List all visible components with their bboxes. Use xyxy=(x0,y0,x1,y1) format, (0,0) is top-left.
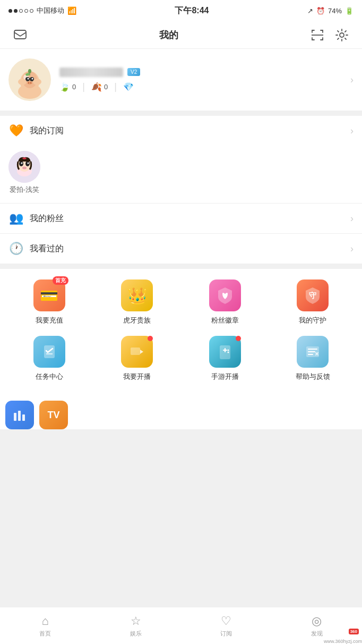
mobile-game-label: 手游开播 xyxy=(211,372,239,382)
discover-icon: ◎ xyxy=(312,614,322,628)
noble-icon-wrap: 👑 xyxy=(121,279,153,311)
tv-mini-item[interactable]: TV xyxy=(39,401,68,429)
help-icon-svg xyxy=(304,343,321,360)
page-header: 我的 xyxy=(0,21,362,49)
stat-gems: 💎 xyxy=(117,82,140,92)
svg-point-2 xyxy=(340,33,344,37)
battery-label: 74% xyxy=(328,7,342,15)
live-dot-badge xyxy=(148,336,153,341)
signal-dots xyxy=(8,9,33,13)
wifi-icon: 📶 xyxy=(67,6,76,15)
nav-subscription[interactable]: ♡ 订阅 xyxy=(181,607,272,644)
svg-point-36 xyxy=(227,350,229,351)
live-label: 我要开播 xyxy=(123,372,151,382)
nav-home-label: 首页 xyxy=(39,630,51,638)
sub-user-item[interactable]: 爱拍-浅笑 xyxy=(8,151,40,194)
settings-icon[interactable] xyxy=(332,26,351,45)
status-time: 下午8:44 xyxy=(175,5,209,16)
grid-item-guard[interactable]: 守 我的守护 xyxy=(269,279,357,325)
svg-rect-42 xyxy=(14,413,16,421)
nav-discover[interactable]: ◎ 发现 360 www.360hyzj.com xyxy=(272,607,363,644)
history-label: 我看过的 xyxy=(30,243,64,255)
guard-label: 我的守护 xyxy=(299,316,326,325)
recharge-label: 我要充值 xyxy=(36,316,63,325)
more-icons-section: TV xyxy=(0,392,362,429)
subscription-icon: 🧡 xyxy=(8,124,23,138)
header-actions xyxy=(308,26,351,45)
history-chevron: › xyxy=(350,243,354,255)
grid-item-noble[interactable]: 👑 虎牙贵族 xyxy=(93,279,182,325)
divider-2 xyxy=(0,264,362,269)
tv-text: TV xyxy=(47,410,59,421)
badge-360: 360 xyxy=(349,629,359,634)
stat-coins: 🍂 0 xyxy=(85,82,114,92)
battery-icon: 🔋 xyxy=(345,7,354,15)
scan-icon[interactable] xyxy=(308,26,327,45)
recharge-badge: 首充 xyxy=(53,276,68,285)
mobile-game-icon-wrap xyxy=(209,336,241,368)
grid-item-live[interactable]: 我要开播 xyxy=(93,336,182,382)
profile-name xyxy=(59,67,123,77)
svg-point-13 xyxy=(30,82,31,83)
level-badge: V2 xyxy=(127,68,140,76)
grid-item-fan-badge[interactable]: 粉丝徽章 xyxy=(181,279,269,325)
subscription-content: 爱拍-浅笑 xyxy=(0,146,362,203)
message-icon[interactable] xyxy=(11,26,30,45)
recharge-icon: 💳 xyxy=(40,287,58,304)
grid-item-task[interactable]: 任务中心 xyxy=(5,336,93,382)
my-history-row[interactable]: 🕐 我看过的 › xyxy=(0,234,362,264)
svg-point-37 xyxy=(227,352,229,353)
profile-stats: 🍃 0 | 🍂 0 | 💎 xyxy=(59,81,354,92)
profile-name-row: V2 xyxy=(59,67,354,77)
svg-point-9 xyxy=(28,78,29,80)
live-icon-wrap xyxy=(121,336,153,368)
svg-point-16 xyxy=(28,69,31,73)
status-right: ↗ ⏰ 74% 🔋 xyxy=(307,7,354,15)
stat-leaves: 🍃 0 xyxy=(59,82,82,92)
fans-icon: 👥 xyxy=(8,211,23,225)
stat-coins-value: 0 xyxy=(104,83,108,91)
nav-discover-label: 发现 xyxy=(311,630,323,638)
fans-label: 我的粉丝 xyxy=(30,213,64,224)
grid-item-recharge[interactable]: 💳 首充 我要充值 xyxy=(5,279,93,325)
nav-entertainment-label: 娱乐 xyxy=(130,630,142,638)
svg-point-27 xyxy=(23,157,25,159)
stats-mini-icon xyxy=(5,401,34,429)
profile-section[interactable]: V2 🍃 0 | 🍂 0 | 💎 › xyxy=(0,49,362,111)
svg-point-15 xyxy=(33,79,41,85)
leaf-icon: 🍃 xyxy=(59,82,70,92)
grid-row-2: 任务中心 我要开播 xyxy=(5,336,357,382)
svg-point-11 xyxy=(27,81,32,84)
page-title: 我的 xyxy=(159,29,178,41)
guard-icon-wrap: 守 xyxy=(297,279,329,311)
my-subscription-row[interactable]: 🧡 我的订阅 › xyxy=(0,116,362,146)
profile-info: V2 🍃 0 | 🍂 0 | 💎 xyxy=(59,67,354,92)
nav-entertainment[interactable]: ☆ 娱乐 xyxy=(91,607,182,644)
noble-label: 虎牙贵族 xyxy=(123,316,151,325)
carrier-label: 中国移动 xyxy=(37,6,64,15)
entertainment-icon: ☆ xyxy=(131,614,141,628)
subscription-nav-icon: ♡ xyxy=(221,614,231,628)
grid-item-help[interactable]: 帮助与反馈 xyxy=(269,336,357,382)
svg-text:守: 守 xyxy=(309,291,316,300)
help-label: 帮助与反馈 xyxy=(296,372,330,382)
nav-home[interactable]: ⌂ 首页 xyxy=(0,607,91,644)
stats-svg xyxy=(12,408,27,422)
guard-icon-svg: 守 xyxy=(304,286,322,304)
stats-mini-item[interactable] xyxy=(5,401,34,429)
svg-marker-32 xyxy=(140,350,143,354)
tv-mini-icon: TV xyxy=(39,401,68,429)
svg-rect-44 xyxy=(22,414,25,421)
fan-badge-icon-wrap xyxy=(209,279,241,311)
my-fans-row[interactable]: 👥 我的粉丝 › xyxy=(0,204,362,233)
noble-icon: 👑 xyxy=(127,286,147,305)
grid-section: 💳 首充 我要充值 👑 虎牙贵族 粉丝徽章 xyxy=(0,269,362,392)
profile-chevron: › xyxy=(350,74,354,86)
live-icon-svg xyxy=(128,343,145,360)
grid-item-mobile-game[interactable]: 手游开播 xyxy=(181,336,269,382)
fan-badge-label: 粉丝徽章 xyxy=(211,316,239,325)
svg-rect-31 xyxy=(131,348,140,355)
location-icon: ↗ xyxy=(307,7,313,15)
grid-row-1: 💳 首充 我要充值 👑 虎牙贵族 粉丝徽章 xyxy=(5,279,357,325)
watermark: www.360hyzj.com xyxy=(324,639,362,644)
